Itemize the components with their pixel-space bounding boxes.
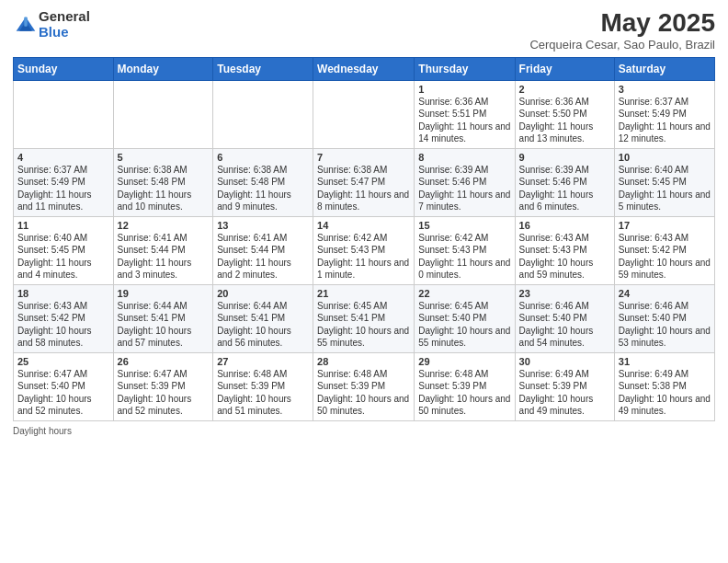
day-number: 31: [619, 356, 711, 367]
day-number: 28: [317, 356, 410, 367]
day-info: Sunrise: 6:46 AM Sunset: 5:40 PM Dayligh…: [619, 300, 711, 350]
day-number: 13: [217, 220, 309, 231]
day-number: 10: [619, 152, 711, 163]
day-number: 11: [17, 220, 109, 231]
title-block: May 2025 Cerqueira Cesar, Sao Paulo, Bra…: [529, 9, 715, 52]
calendar-cell: 7Sunrise: 6:38 AM Sunset: 5:47 PM Daylig…: [313, 148, 415, 216]
calendar-cell: [14, 80, 114, 148]
day-info: Sunrise: 6:38 AM Sunset: 5:48 PM Dayligh…: [118, 164, 210, 213]
calendar-cell: 5Sunrise: 6:38 AM Sunset: 5:48 PM Daylig…: [113, 148, 213, 216]
day-number: 26: [118, 356, 210, 367]
logo: General Blue: [13, 9, 90, 40]
day-info: Sunrise: 6:46 AM Sunset: 5:40 PM Dayligh…: [519, 300, 610, 350]
day-number: 23: [519, 288, 610, 299]
day-number: 29: [418, 356, 510, 367]
calendar-cell: 18Sunrise: 6:43 AM Sunset: 5:42 PM Dayli…: [14, 284, 114, 352]
logo-general-text: General: [39, 9, 90, 25]
day-info: Sunrise: 6:42 AM Sunset: 5:43 PM Dayligh…: [418, 232, 510, 282]
calendar-cell: [313, 80, 415, 148]
logo-icon: [15, 14, 37, 36]
day-info: Sunrise: 6:47 AM Sunset: 5:40 PM Dayligh…: [17, 368, 109, 418]
day-number: 21: [317, 288, 410, 299]
calendar-cell: 19Sunrise: 6:44 AM Sunset: 5:41 PM Dayli…: [113, 284, 213, 352]
day-number: 14: [317, 220, 410, 231]
daylight-label: Daylight hours: [13, 426, 72, 436]
weekday-saturday: Saturday: [614, 57, 714, 80]
day-number: 30: [519, 356, 610, 367]
calendar-cell: 27Sunrise: 6:48 AM Sunset: 5:39 PM Dayli…: [213, 352, 313, 420]
weekday-wednesday: Wednesday: [313, 57, 415, 80]
week-row-3: 18Sunrise: 6:43 AM Sunset: 5:42 PM Dayli…: [14, 284, 715, 352]
day-info: Sunrise: 6:45 AM Sunset: 5:40 PM Dayligh…: [418, 300, 510, 350]
logo-blue-text: Blue: [39, 25, 90, 40]
day-info: Sunrise: 6:38 AM Sunset: 5:47 PM Dayligh…: [317, 164, 410, 213]
day-info: Sunrise: 6:36 AM Sunset: 5:51 PM Dayligh…: [418, 96, 510, 145]
day-info: Sunrise: 6:36 AM Sunset: 5:50 PM Dayligh…: [519, 96, 610, 145]
footer: Daylight hours: [13, 426, 715, 436]
day-number: 27: [217, 356, 309, 367]
day-number: 4: [17, 152, 109, 163]
calendar-cell: 22Sunrise: 6:45 AM Sunset: 5:40 PM Dayli…: [415, 284, 515, 352]
calendar-cell: [113, 80, 213, 148]
day-info: Sunrise: 6:37 AM Sunset: 5:49 PM Dayligh…: [17, 164, 109, 213]
day-info: Sunrise: 6:41 AM Sunset: 5:44 PM Dayligh…: [217, 232, 309, 282]
day-info: Sunrise: 6:43 AM Sunset: 5:42 PM Dayligh…: [619, 232, 711, 282]
day-info: Sunrise: 6:44 AM Sunset: 5:41 PM Dayligh…: [217, 300, 309, 350]
day-info: Sunrise: 6:37 AM Sunset: 5:49 PM Dayligh…: [619, 96, 711, 145]
day-info: Sunrise: 6:42 AM Sunset: 5:43 PM Dayligh…: [317, 232, 410, 282]
calendar-cell: 16Sunrise: 6:43 AM Sunset: 5:43 PM Dayli…: [515, 216, 614, 284]
calendar-cell: 15Sunrise: 6:42 AM Sunset: 5:43 PM Dayli…: [415, 216, 515, 284]
week-row-4: 25Sunrise: 6:47 AM Sunset: 5:40 PM Dayli…: [14, 352, 715, 420]
calendar-cell: 25Sunrise: 6:47 AM Sunset: 5:40 PM Dayli…: [14, 352, 114, 420]
day-number: 12: [118, 220, 210, 231]
calendar-cell: 20Sunrise: 6:44 AM Sunset: 5:41 PM Dayli…: [213, 284, 313, 352]
day-number: 9: [519, 152, 610, 163]
day-info: Sunrise: 6:48 AM Sunset: 5:39 PM Dayligh…: [217, 368, 309, 418]
calendar-cell: 31Sunrise: 6:49 AM Sunset: 5:38 PM Dayli…: [614, 352, 714, 420]
calendar-cell: 4Sunrise: 6:37 AM Sunset: 5:49 PM Daylig…: [14, 148, 114, 216]
week-row-1: 4Sunrise: 6:37 AM Sunset: 5:49 PM Daylig…: [14, 148, 715, 216]
weekday-sunday: Sunday: [14, 57, 114, 80]
day-info: Sunrise: 6:38 AM Sunset: 5:48 PM Dayligh…: [217, 164, 309, 213]
calendar-cell: 13Sunrise: 6:41 AM Sunset: 5:44 PM Dayli…: [213, 216, 313, 284]
day-number: 2: [519, 84, 610, 95]
day-number: 3: [619, 84, 711, 95]
calendar-table: SundayMondayTuesdayWednesdayThursdayFrid…: [13, 57, 715, 421]
day-number: 22: [418, 288, 510, 299]
week-row-0: 1Sunrise: 6:36 AM Sunset: 5:51 PM Daylig…: [14, 80, 715, 148]
week-row-2: 11Sunrise: 6:40 AM Sunset: 5:45 PM Dayli…: [14, 216, 715, 284]
day-number: 17: [619, 220, 711, 231]
day-number: 18: [17, 288, 109, 299]
header: General Blue May 2025 Cerqueira Cesar, S…: [13, 9, 715, 52]
day-info: Sunrise: 6:47 AM Sunset: 5:39 PM Dayligh…: [118, 368, 210, 418]
main-title: May 2025: [529, 9, 715, 38]
day-number: 16: [519, 220, 610, 231]
day-number: 7: [317, 152, 410, 163]
day-number: 5: [118, 152, 210, 163]
calendar-cell: 9Sunrise: 6:39 AM Sunset: 5:46 PM Daylig…: [515, 148, 614, 216]
day-number: 25: [17, 356, 109, 367]
calendar-cell: 6Sunrise: 6:38 AM Sunset: 5:48 PM Daylig…: [213, 148, 313, 216]
weekday-tuesday: Tuesday: [213, 57, 313, 80]
day-info: Sunrise: 6:45 AM Sunset: 5:41 PM Dayligh…: [317, 300, 410, 350]
calendar-cell: 10Sunrise: 6:40 AM Sunset: 5:45 PM Dayli…: [614, 148, 714, 216]
subtitle: Cerqueira Cesar, Sao Paulo, Brazil: [529, 38, 715, 52]
day-number: 19: [118, 288, 210, 299]
weekday-header-row: SundayMondayTuesdayWednesdayThursdayFrid…: [14, 57, 715, 80]
calendar-cell: 21Sunrise: 6:45 AM Sunset: 5:41 PM Dayli…: [313, 284, 415, 352]
logo-text: General Blue: [39, 9, 90, 40]
page: General Blue May 2025 Cerqueira Cesar, S…: [0, 0, 728, 563]
calendar-cell: 26Sunrise: 6:47 AM Sunset: 5:39 PM Dayli…: [113, 352, 213, 420]
day-info: Sunrise: 6:43 AM Sunset: 5:43 PM Dayligh…: [519, 232, 610, 282]
day-info: Sunrise: 6:40 AM Sunset: 5:45 PM Dayligh…: [17, 232, 109, 282]
calendar-cell: 30Sunrise: 6:49 AM Sunset: 5:39 PM Dayli…: [515, 352, 614, 420]
calendar-cell: 1Sunrise: 6:36 AM Sunset: 5:51 PM Daylig…: [415, 80, 515, 148]
calendar-cell: 14Sunrise: 6:42 AM Sunset: 5:43 PM Dayli…: [313, 216, 415, 284]
calendar-cell: [213, 80, 313, 148]
day-info: Sunrise: 6:48 AM Sunset: 5:39 PM Dayligh…: [317, 368, 410, 418]
day-info: Sunrise: 6:44 AM Sunset: 5:41 PM Dayligh…: [118, 300, 210, 350]
calendar-cell: 3Sunrise: 6:37 AM Sunset: 5:49 PM Daylig…: [614, 80, 714, 148]
day-info: Sunrise: 6:39 AM Sunset: 5:46 PM Dayligh…: [519, 164, 610, 213]
calendar-cell: 8Sunrise: 6:39 AM Sunset: 5:46 PM Daylig…: [415, 148, 515, 216]
day-number: 24: [619, 288, 711, 299]
